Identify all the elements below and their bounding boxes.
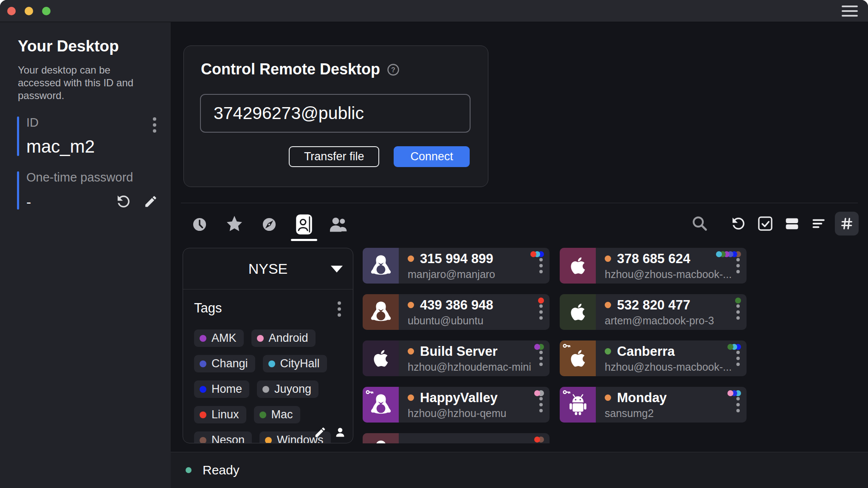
device-more-menu-icon[interactable]: [736, 396, 741, 413]
close-button[interactable]: [7, 7, 16, 15]
help-icon[interactable]: ?: [387, 63, 400, 76]
device-card[interactable]: Pol: [363, 433, 550, 443]
checkbox-icon: [755, 214, 775, 233]
device-tag-dots: [533, 251, 544, 257]
view-tabs: [189, 213, 350, 241]
device-card[interactable]: 532 820 477artem@macbook-pro-3: [560, 294, 747, 330]
device-more-menu-icon[interactable]: [736, 350, 741, 367]
tag-chip-linux[interactable]: Linux: [194, 406, 246, 423]
status-text: Ready: [203, 463, 240, 477]
device-more-menu-icon[interactable]: [538, 350, 544, 367]
device-os-icon: [363, 340, 399, 376]
sort-button[interactable]: [808, 212, 829, 235]
tag-chip-changi[interactable]: Changi: [194, 355, 255, 372]
device-status-dot: [408, 348, 414, 355]
key-icon: [563, 343, 571, 349]
id-more-menu-icon[interactable]: [152, 116, 157, 135]
device-status-dot: [408, 255, 414, 262]
tag-label: Neson: [211, 434, 245, 443]
tag-chip-home[interactable]: Home: [194, 380, 249, 398]
device-more-menu-icon[interactable]: [538, 304, 544, 321]
card-view-button[interactable]: [781, 212, 803, 235]
device-username: manjaro@manjaro: [408, 268, 550, 281]
device-name: Monday: [617, 390, 667, 406]
tab-group[interactable]: [328, 213, 350, 241]
device-name: 439 386 948: [420, 298, 493, 313]
zoom-button[interactable]: [42, 7, 51, 15]
tag-chip-amk[interactable]: AMK: [194, 329, 244, 347]
device-card[interactable]: Canberrahzhou@zhous-macbook-...: [560, 340, 747, 376]
edit-tags-icon[interactable]: [314, 426, 327, 439]
device-more-menu-icon[interactable]: [736, 257, 741, 274]
connect-button[interactable]: Connect: [394, 146, 470, 167]
device-card[interactable]: Mondaysansumg2: [560, 387, 747, 423]
device-card[interactable]: 378 685 624hzhou@zhous-macbook-...: [560, 248, 747, 284]
tag-color-dot: [268, 360, 275, 367]
control-remote-desktop-card: Control Remote Desktop ? Transfer file C…: [183, 45, 488, 187]
device-os-icon: [560, 340, 596, 376]
device-more-menu-icon[interactable]: [538, 396, 544, 413]
device-card[interactable]: Build Serverhzhou@hzhoudemac-mini: [363, 340, 550, 376]
device-status-dot: [408, 302, 414, 308]
id-accent-bar: [17, 116, 19, 156]
tab-recent-sessions[interactable]: [189, 213, 211, 241]
tag-color-dot: [257, 335, 264, 342]
device-tag-dot: [534, 390, 540, 396]
grid-view-button[interactable]: [835, 212, 859, 235]
device-more-menu-icon[interactable]: [538, 443, 544, 443]
edit-password-icon[interactable]: [144, 194, 158, 209]
tags-title: Tags: [194, 301, 222, 316]
card-view-icon: [782, 214, 802, 233]
window-titlebar: [0, 0, 868, 22]
tab-discovered[interactable]: [258, 213, 280, 241]
tag-chip-juyong[interactable]: Juyong: [257, 380, 318, 398]
device-tag-dots: [718, 251, 741, 257]
device-status-dot: [605, 394, 611, 401]
minimize-button[interactable]: [25, 7, 33, 15]
id-label: ID: [26, 116, 160, 130]
address-book-selector[interactable]: NYSE: [183, 248, 353, 289]
tag-chip-mac[interactable]: Mac: [254, 406, 300, 423]
select-all-button[interactable]: [755, 212, 776, 235]
tag-label: Home: [211, 383, 242, 396]
device-status-dot: [605, 348, 611, 355]
hamburger-menu-icon[interactable]: [842, 6, 858, 19]
transfer-file-button[interactable]: Transfer file: [289, 146, 380, 167]
grid-view-icon: [838, 215, 855, 232]
tag-chip-cityhall[interactable]: CityHall: [263, 355, 327, 372]
group-icon: [328, 213, 350, 235]
clock-icon: [190, 213, 209, 235]
device-card[interactable]: 439 386 948ubuntu@ubuntu: [363, 294, 550, 330]
address-book-name: NYSE: [248, 261, 288, 277]
tags-more-menu-icon[interactable]: [337, 301, 342, 319]
id-block: ID mac_m2: [17, 116, 160, 157]
tag-color-dot: [200, 437, 206, 444]
device-status-dot: [605, 255, 611, 262]
device-id-value[interactable]: mac_m2: [26, 136, 160, 157]
device-tag-dot: [727, 344, 733, 350]
device-name: 315 994 899: [420, 251, 493, 267]
device-tag-dot: [534, 344, 540, 350]
device-tag-dots: [540, 298, 544, 304]
regenerate-password-icon[interactable]: [115, 193, 132, 210]
tag-chip-android[interactable]: Android: [251, 329, 316, 347]
address-book-icon: [293, 213, 315, 235]
tab-address-book[interactable]: [293, 213, 315, 241]
device-card[interactable]: 315 994 899manjaro@manjaro: [363, 248, 550, 284]
tag-chip-neson[interactable]: Neson: [194, 431, 252, 443]
connection-status-dot: [186, 467, 192, 473]
device-username: hzhou@zhous-macbook-...: [605, 361, 747, 373]
refresh-button[interactable]: [728, 212, 749, 235]
tab-favorites[interactable]: [223, 213, 245, 241]
device-username: hzhou@zhous-macbook-...: [605, 268, 747, 281]
search-button[interactable]: [689, 212, 710, 235]
tag-color-dot: [265, 437, 272, 444]
device-more-menu-icon[interactable]: [736, 304, 741, 321]
device-card[interactable]: HappyValleyhzhou@hzhou-qemu: [363, 387, 550, 423]
device-more-menu-icon[interactable]: [538, 257, 544, 274]
remote-id-input[interactable]: [200, 94, 471, 133]
my-address-book-icon[interactable]: [334, 426, 346, 438]
svg-text:?: ?: [391, 66, 395, 74]
device-tag-dot: [530, 251, 536, 257]
device-name: Build Server: [420, 344, 498, 359]
